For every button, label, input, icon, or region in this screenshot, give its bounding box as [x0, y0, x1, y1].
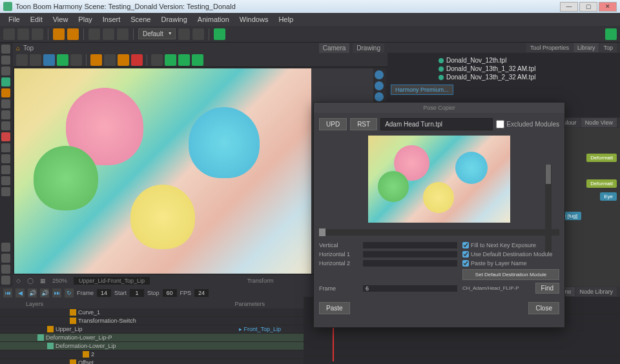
vp-rtool3-icon[interactable] [375, 92, 384, 101]
set-default-button[interactable]: Set Default Destination Module [462, 269, 559, 280]
morph-tool-icon[interactable] [1, 154, 10, 163]
rst-button[interactable]: RST [350, 118, 377, 130]
vp-icon2[interactable]: ◯ [27, 278, 34, 284]
vp-tool7-icon[interactable] [104, 54, 116, 66]
loop-button[interactable]: ↻ [65, 288, 74, 298]
vp-tool5-icon[interactable] [70, 54, 82, 66]
paste-by-checkbox[interactable]: Paste by Layer Name [462, 260, 559, 267]
vp-icon3[interactable]: ▦ [40, 278, 46, 284]
vp-rtool2-icon[interactable] [375, 81, 384, 90]
tab-drawing[interactable]: Drawing [353, 43, 384, 53]
vp-tool3-icon[interactable] [43, 54, 55, 66]
start-field[interactable]: 1 [130, 289, 144, 297]
hand-tool-icon[interactable] [1, 187, 10, 196]
next-frame-button[interactable]: 🔊 [40, 288, 49, 298]
upd-button[interactable]: UPD [319, 118, 347, 130]
menu-windows[interactable]: Windows [234, 14, 274, 25]
brush-tool-icon[interactable] [1, 88, 10, 97]
tab-node-library[interactable]: Node Library [575, 287, 617, 296]
arrow-tool-icon[interactable] [1, 56, 10, 65]
home-icon[interactable]: ⌂ [16, 45, 20, 52]
tool-opt4-icon[interactable] [1, 276, 10, 285]
dialog-vscroll[interactable] [545, 165, 552, 252]
fps-field[interactable]: 24 [194, 289, 209, 297]
tab-camera[interactable]: Camera [319, 43, 350, 53]
menu-file[interactable]: File [3, 14, 25, 25]
eraser-tool-icon[interactable] [1, 121, 10, 130]
menu-insert[interactable]: Insert [98, 14, 126, 25]
tool-opt2-icon[interactable] [1, 254, 10, 263]
library-card[interactable]: Harmony Premium... [391, 85, 453, 95]
menu-edit[interactable]: Edit [25, 14, 48, 25]
node-eye[interactable]: Eye [600, 192, 617, 201]
horizontal2-slider[interactable] [363, 260, 457, 267]
layer-row[interactable]: Curve_1 [0, 308, 304, 317]
tab-tool-properties[interactable]: Tool Properties [526, 43, 573, 52]
vp-tool6-icon[interactable] [90, 54, 102, 66]
tool-misc1-icon[interactable] [178, 28, 190, 40]
zoom-level[interactable]: 250% [52, 278, 67, 284]
horizontal1-slider[interactable] [363, 251, 457, 258]
tool-opt3-icon[interactable] [1, 265, 10, 274]
node-deformation2[interactable]: Deformati [586, 179, 617, 188]
vertical-slider[interactable] [363, 242, 457, 248]
breadcrumb-top[interactable]: Top [23, 45, 34, 52]
select-tool-icon[interactable] [1, 45, 10, 54]
transform-tool-icon[interactable] [1, 77, 10, 86]
close-button[interactable]: ✕ [599, 2, 617, 12]
minimize-button[interactable]: — [560, 2, 578, 12]
excluded-checkbox[interactable]: Excluded Modules [496, 120, 559, 128]
vp-tool2-icon[interactable] [30, 54, 41, 66]
menu-view[interactable]: View [48, 14, 74, 25]
menu-scene[interactable]: Scene [125, 14, 156, 25]
tool-open-icon[interactable] [17, 28, 29, 40]
layer-row[interactable]: 2 [0, 350, 304, 359]
cutter-tool-icon[interactable] [1, 143, 10, 152]
tab-top[interactable]: Top [599, 43, 617, 52]
stop-field[interactable]: 60 [163, 289, 177, 297]
workspace-dropdown[interactable]: Default [138, 28, 176, 39]
vp-icon1[interactable]: ◇ [16, 278, 21, 284]
layer-row[interactable]: Deformation-Lower_Lip-P [0, 334, 304, 342]
vp-tool1-icon[interactable] [16, 54, 28, 66]
text-tool-icon[interactable] [1, 110, 10, 119]
library-item[interactable]: Donald_Nov_13th_2_32 AM.tpl [436, 73, 617, 81]
zoom-tool-icon[interactable] [1, 176, 10, 185]
menu-drawing[interactable]: Drawing [156, 14, 192, 25]
prev-frame-button[interactable]: ◀ [16, 288, 25, 298]
tool-paste-icon[interactable] [117, 28, 129, 40]
tab-library[interactable]: Library [574, 43, 599, 52]
layer-row[interactable]: Transformation-Switch [0, 317, 304, 325]
pencil-tool-icon[interactable] [1, 99, 10, 108]
vp-tool10-icon[interactable] [151, 54, 163, 66]
vp-tool11-icon[interactable] [165, 54, 176, 66]
vp-rtool1-icon[interactable] [375, 70, 384, 79]
layer-row[interactable]: Upper_Lip▸ Front_Top_Lip [0, 325, 304, 334]
use-default-checkbox[interactable]: Use Default Destination Module [462, 251, 559, 258]
contour-tool-icon[interactable] [1, 66, 10, 76]
paste-button[interactable]: Paste [319, 302, 350, 314]
dropper-tool-icon[interactable] [1, 165, 10, 174]
frame-field[interactable]: 6 [363, 285, 457, 292]
tool-new-icon[interactable] [3, 28, 15, 40]
layer-row[interactable]: Deformation-Lower_Lip [0, 342, 304, 350]
tool-misc2-icon[interactable] [192, 28, 204, 40]
dialog-hslider[interactable] [319, 229, 559, 236]
first-frame-button[interactable]: ⏮ [3, 288, 12, 298]
maximize-button[interactable]: ▢ [579, 2, 597, 12]
menu-play[interactable]: Play [73, 14, 97, 25]
tab-node-view[interactable]: Node View [581, 118, 617, 127]
tool-save-icon[interactable] [32, 28, 43, 40]
frame-field[interactable]: 14 [97, 289, 111, 297]
menu-help[interactable]: Help [273, 14, 298, 25]
find-button[interactable]: Find [535, 283, 559, 294]
filename-field[interactable]: Adam Head Turn.tpl [380, 118, 493, 130]
tool-render-icon[interactable] [214, 28, 225, 40]
vp-tool12-icon[interactable] [178, 54, 190, 66]
last-frame-button[interactable]: ⏭ [52, 288, 61, 298]
tool-copy-icon[interactable] [103, 28, 114, 40]
tool-undo-icon[interactable] [53, 28, 65, 40]
node-deformation1[interactable]: Deformati [586, 154, 617, 162]
vp-tool4-icon[interactable] [57, 54, 68, 66]
paint-tool-icon[interactable] [1, 132, 10, 141]
